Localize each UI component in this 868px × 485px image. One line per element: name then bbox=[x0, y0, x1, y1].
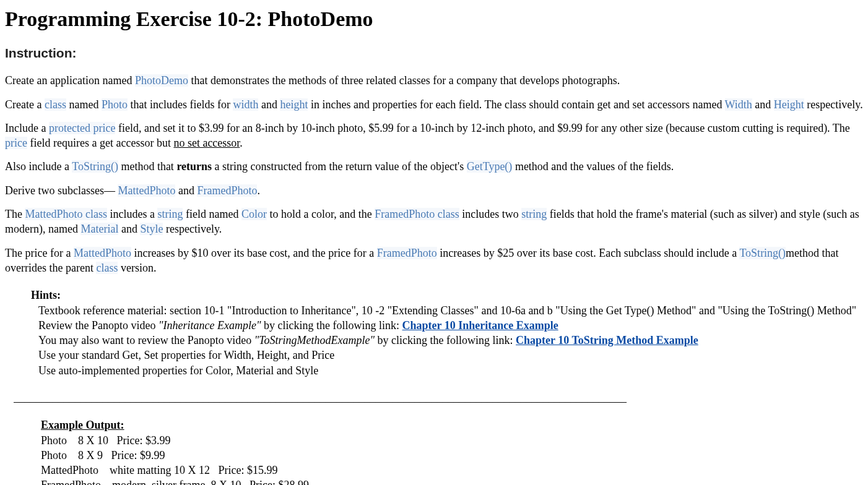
text: method that bbox=[118, 160, 176, 173]
text: version. bbox=[118, 262, 156, 274]
hints-title: Hints: bbox=[31, 288, 863, 303]
code-height-prop: Height bbox=[774, 98, 804, 111]
code-framedphoto-2: FramedPhoto bbox=[377, 247, 437, 259]
example-line-3: MattedPhoto white matting 10 X 12 Price:… bbox=[41, 463, 863, 478]
text: The bbox=[5, 208, 25, 220]
text: field requires a get accessor but bbox=[27, 137, 173, 149]
paragraph-7: The price for a MattedPhoto increases by… bbox=[5, 246, 863, 276]
link-tostring-example[interactable]: Chapter 10 ToString Method Example bbox=[516, 334, 698, 346]
code-string-2: string bbox=[521, 208, 547, 220]
text: Create an application named bbox=[5, 74, 135, 87]
text: includes a bbox=[107, 208, 157, 220]
hint-line-4: Use your standard Get, Set properties fo… bbox=[38, 348, 863, 363]
text: field named bbox=[183, 208, 241, 220]
hint-line-2: Review the Panopto video "Inheritance Ex… bbox=[38, 318, 863, 333]
text: to hold a color, and the bbox=[267, 208, 375, 220]
text: . bbox=[240, 137, 243, 149]
text: . bbox=[257, 184, 260, 197]
paragraph-6: The MattedPhoto class includes a string … bbox=[5, 207, 863, 237]
hint-line-5: Use auto-implemented properties for Colo… bbox=[38, 363, 863, 378]
italic-inheritance: "Inheritance Example" bbox=[158, 319, 261, 332]
text: and bbox=[118, 223, 140, 235]
paragraph-1: Create an application named PhotoDemo th… bbox=[5, 73, 863, 88]
text: that includes fields for bbox=[128, 98, 233, 111]
example-output-block: Example Output: Photo 8 X 10 Price: $3.9… bbox=[41, 418, 863, 485]
example-line-1: Photo 8 X 10 Price: $3.99 bbox=[41, 433, 863, 448]
text: named bbox=[66, 98, 102, 111]
text: Derive two subclasses— bbox=[5, 184, 118, 197]
text: respectively. bbox=[804, 98, 863, 111]
paragraph-4: Also include a ToString() method that re… bbox=[5, 159, 863, 174]
paragraph-5: Derive two subclasses— MattedPhoto and F… bbox=[5, 183, 863, 198]
text: includes two bbox=[459, 208, 522, 220]
code-style: Style bbox=[140, 223, 163, 235]
code-width: width bbox=[233, 98, 258, 111]
code-class-2: class bbox=[96, 262, 118, 274]
instruction-heading: Instruction: bbox=[5, 45, 863, 62]
hint-line-3: You may also want to review the Panopto … bbox=[38, 333, 863, 348]
code-framedphoto: FramedPhoto bbox=[197, 184, 257, 197]
text: respectively. bbox=[163, 223, 222, 235]
code-gettype: GetType() bbox=[467, 160, 513, 173]
text: The price for a bbox=[5, 247, 74, 259]
example-output-title: Example Output: bbox=[41, 418, 863, 432]
link-inheritance-example[interactable]: Chapter 10 Inheritance Example bbox=[402, 319, 558, 332]
text: that demonstrates the methods of three r… bbox=[188, 74, 620, 87]
code-material: Material bbox=[80, 223, 118, 235]
hints-block: Hints: Textbook reference material: sect… bbox=[31, 288, 863, 378]
paragraph-3: Include a protected price field, and set… bbox=[5, 121, 863, 151]
text: You may also want to review the Panopto … bbox=[38, 334, 254, 346]
code-photo: Photo bbox=[102, 98, 128, 111]
paragraph-2: Create a class named Photo that includes… bbox=[5, 97, 863, 112]
code-string: string bbox=[157, 208, 183, 220]
code-class: class bbox=[45, 98, 66, 111]
code-tostring-2: ToString() bbox=[739, 247, 786, 259]
code-framedphoto-class: FramedPhoto class bbox=[375, 208, 459, 220]
text: by clicking the following link: bbox=[261, 319, 402, 332]
code-mattedphoto-2: MattedPhoto bbox=[74, 247, 131, 259]
text: a string constructed from the return val… bbox=[212, 160, 467, 173]
text: Review the Panopto video bbox=[38, 319, 158, 332]
code-photodemo: PhotoDemo bbox=[135, 74, 188, 87]
underline-no-set: no set accessor bbox=[173, 137, 240, 149]
code-tostring: ToString() bbox=[72, 160, 118, 173]
text: and bbox=[175, 184, 197, 197]
code-height: height bbox=[280, 98, 308, 111]
code-mattedphoto: MattedPhoto bbox=[118, 184, 175, 197]
italic-tostring: "ToStringMethodExample" bbox=[254, 334, 375, 346]
text: increases by $10 over its base cost, and… bbox=[131, 247, 377, 259]
text: Include a bbox=[5, 122, 49, 134]
code-color: Color bbox=[241, 208, 267, 220]
page-title: Programming Exercise 10-2: PhotoDemo bbox=[5, 5, 863, 33]
text: Create a bbox=[5, 98, 45, 111]
example-line-2: Photo 8 X 9 Price: $9.99 bbox=[41, 448, 863, 463]
text: and bbox=[258, 98, 280, 111]
code-width-prop: Width bbox=[725, 98, 752, 111]
example-line-4: FramedPhoto modern, silver frame. 8 X 10… bbox=[41, 478, 863, 485]
code-mattedphoto-class: MattedPhoto class bbox=[25, 208, 107, 220]
text: and bbox=[752, 98, 774, 111]
text: increases by $25 over its base cost. Eac… bbox=[437, 247, 740, 259]
code-price: price bbox=[5, 137, 27, 149]
text: field, and set it to $3.99 for an 8-inch… bbox=[115, 122, 849, 134]
text: Also include a bbox=[5, 160, 72, 173]
text: method and the values of the fields. bbox=[512, 160, 674, 173]
bold-returns: returns bbox=[176, 160, 212, 173]
hint-line-1: Textbook reference material: section 10-… bbox=[38, 303, 863, 318]
text: by clicking the following link: bbox=[375, 334, 516, 346]
text: in inches and properties for each field.… bbox=[308, 98, 724, 111]
divider-line: ________________________________________… bbox=[14, 390, 863, 405]
code-protected-price: protected price bbox=[49, 122, 115, 134]
